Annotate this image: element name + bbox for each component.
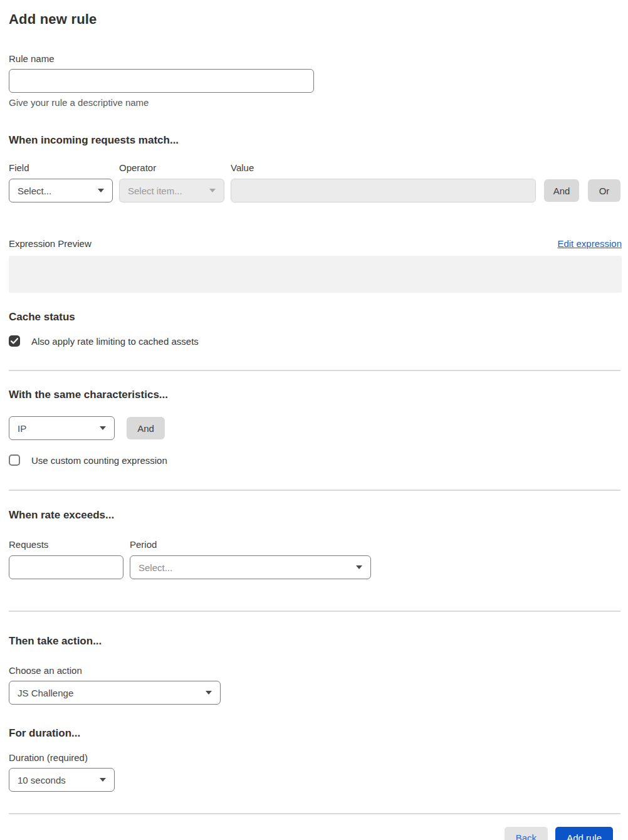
check-icon bbox=[11, 338, 18, 344]
rule-name-section: Rule name Give your rule a descriptive n… bbox=[9, 53, 620, 108]
rule-name-label: Rule name bbox=[9, 53, 620, 64]
cached-assets-label[interactable]: Also apply rate limiting to cached asset… bbox=[31, 336, 199, 347]
section-divider bbox=[9, 611, 620, 612]
add-rule-button[interactable]: Add rule bbox=[555, 827, 613, 840]
or-button[interactable]: Or bbox=[588, 179, 620, 202]
expression-preview-label: Expression Preview bbox=[9, 238, 92, 249]
period-select[interactable]: Select... bbox=[130, 555, 371, 579]
expression-preview-box bbox=[9, 256, 622, 293]
chevron-down-icon bbox=[209, 189, 216, 192]
chevron-down-icon bbox=[100, 426, 106, 430]
cache-status-section: Cache status Also apply rate limiting to… bbox=[9, 311, 620, 347]
chevron-down-icon bbox=[356, 565, 362, 569]
requests-label: Requests bbox=[9, 539, 130, 550]
chevron-down-icon bbox=[206, 691, 212, 695]
add-rule-form: Add new rule Rule name Give your rule a … bbox=[0, 0, 628, 840]
action-section: Then take action... Choose an action JS … bbox=[9, 635, 620, 705]
section-divider bbox=[9, 490, 620, 491]
period-select-value: Select... bbox=[139, 562, 172, 573]
operator-select: Select item... bbox=[119, 179, 224, 202]
page-title: Add new rule bbox=[9, 11, 620, 28]
period-label: Period bbox=[130, 539, 157, 550]
match-section: When incoming requests match... Field Op… bbox=[9, 134, 620, 293]
action-heading: Then take action... bbox=[9, 635, 620, 648]
and-button[interactable]: And bbox=[544, 179, 579, 202]
operator-select-value: Select item... bbox=[128, 186, 182, 196]
operator-label: Operator bbox=[119, 162, 231, 173]
duration-label: Duration (required) bbox=[9, 752, 620, 763]
duration-select[interactable]: 10 seconds bbox=[9, 768, 115, 792]
chevron-down-icon bbox=[98, 189, 104, 192]
edit-expression-link[interactable]: Edit expression bbox=[557, 238, 622, 249]
chevron-down-icon bbox=[100, 778, 106, 782]
footer-actions: Back Add rule bbox=[9, 814, 620, 840]
custom-counting-checkbox[interactable] bbox=[9, 454, 20, 466]
section-divider bbox=[9, 370, 620, 371]
characteristic-and-button[interactable]: And bbox=[127, 417, 165, 439]
characteristics-section: With the same characteristics... IP And … bbox=[9, 389, 620, 466]
custom-counting-label[interactable]: Use custom counting expression bbox=[31, 455, 167, 466]
value-label: Value bbox=[231, 162, 254, 173]
cached-assets-checkbox[interactable] bbox=[9, 335, 20, 347]
characteristic-select-value: IP bbox=[18, 423, 26, 434]
duration-section: For duration... Duration (required) 10 s… bbox=[9, 727, 620, 792]
value-input bbox=[231, 179, 536, 202]
action-select-value: JS Challenge bbox=[18, 688, 73, 698]
choose-action-label: Choose an action bbox=[9, 665, 620, 676]
requests-input[interactable] bbox=[9, 555, 123, 579]
field-select-value: Select... bbox=[18, 186, 51, 196]
rate-section: When rate exceeds... Requests Period Sel… bbox=[9, 509, 620, 579]
cache-status-heading: Cache status bbox=[9, 311, 620, 323]
field-label: Field bbox=[9, 162, 119, 173]
match-heading: When incoming requests match... bbox=[9, 134, 620, 147]
back-button[interactable]: Back bbox=[505, 827, 548, 840]
duration-heading: For duration... bbox=[9, 727, 620, 740]
duration-select-value: 10 seconds bbox=[18, 775, 66, 785]
rule-name-input[interactable] bbox=[9, 69, 314, 93]
characteristic-select[interactable]: IP bbox=[9, 416, 115, 440]
characteristics-heading: With the same characteristics... bbox=[9, 389, 620, 401]
rule-name-help: Give your rule a descriptive name bbox=[9, 97, 620, 108]
field-select[interactable]: Select... bbox=[9, 179, 113, 202]
action-select[interactable]: JS Challenge bbox=[9, 681, 221, 705]
rate-heading: When rate exceeds... bbox=[9, 509, 620, 522]
